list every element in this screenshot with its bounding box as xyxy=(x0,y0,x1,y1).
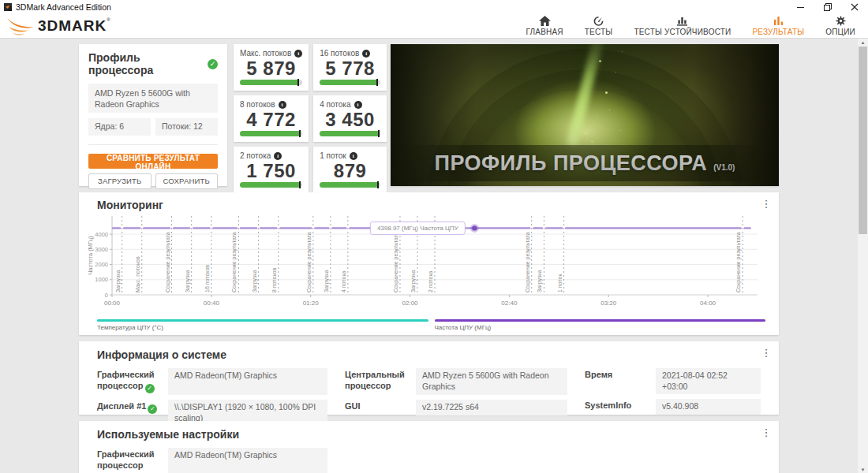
svg-text:2 потока: 2 потока xyxy=(428,270,433,292)
cpu-profile-banner: ПРОФИЛЬ ПРОЦЕССОРА (V1.0) xyxy=(391,44,779,186)
legend-cpu-temperature[interactable]: Температура ЦПУ (°C) xyxy=(97,319,428,331)
svg-text:00:00: 00:00 xyxy=(104,300,121,307)
info-icon[interactable]: i xyxy=(350,152,357,160)
svg-text:Загрузка: Загрузка xyxy=(410,270,417,292)
score-bar xyxy=(240,80,302,85)
field-label: Графический процессор✓ xyxy=(97,368,168,395)
banner-energy-beam xyxy=(567,44,606,146)
cpu-profile-title: Профиль процессора ✓ xyxy=(88,51,218,76)
svg-text:2000: 2000 xyxy=(95,261,108,268)
kebab-menu-icon[interactable]: ⋮ xyxy=(761,198,772,210)
benchmarks-icon xyxy=(593,16,604,26)
svg-text:04:00: 04:00 xyxy=(700,300,716,307)
compare-online-button[interactable]: СРАВНИТЬ РЕЗУЛЬТАТ ОНЛАЙН xyxy=(88,154,218,169)
info-icon[interactable]: i xyxy=(279,101,286,109)
cpu-value: AMD Ryzen 5 5600G with Radeon Graphics xyxy=(416,368,567,395)
svg-text:Частота (МГц): Частота (МГц) xyxy=(87,236,94,275)
monitoring-chart: 01000200030004000Частота (МГц)00:0000:40… xyxy=(85,213,765,309)
score-value: 5 778 xyxy=(320,58,380,80)
divider xyxy=(88,144,218,145)
results-icon xyxy=(773,16,784,26)
svg-text:1000: 1000 xyxy=(95,276,108,283)
svg-text:Сохранение результата: Сохранение результата xyxy=(735,232,742,292)
stress-tests-icon xyxy=(676,16,688,26)
svg-text:Сохранение результата: Сохранение результата xyxy=(525,232,531,292)
3dmark-logo: 3DMARK® xyxy=(6,17,110,36)
nav-results[interactable]: РЕЗУЛЬТАТЫ xyxy=(752,16,804,36)
cpu-profile-card: Профиль процессора ✓ AMD Ryzen 5 5600G w… xyxy=(79,44,227,186)
legend-color-bar xyxy=(435,319,766,322)
nav-options[interactable]: ОПЦИИ xyxy=(825,16,855,36)
svg-text:Загрузка: Загрузка xyxy=(324,270,330,292)
app-icon xyxy=(4,3,12,11)
save-button[interactable]: СОХРАНИТЬ xyxy=(155,173,219,189)
field-label: Центральный процессор xyxy=(345,368,416,395)
svg-text:1 поток: 1 поток xyxy=(557,274,563,292)
field-label: SystemInfo xyxy=(585,399,656,415)
legend-cpu-frequency[interactable]: Частота ЦПУ (МГц) xyxy=(435,319,766,331)
svg-text:Сохранение результата: Сохранение результата xyxy=(165,232,171,292)
score-grid: Макс. потоковi 5 879 16 потоковi 5 778 8… xyxy=(234,44,387,186)
scrollbar-thumb[interactable] xyxy=(859,47,867,234)
field-label: Графический процессор xyxy=(97,448,168,473)
score-box-max-threads: Макс. потоковi 5 879 xyxy=(234,44,309,91)
svg-text:Загрузка: Загрузка xyxy=(252,270,258,292)
window-title: 3DMark Advanced Edition xyxy=(16,2,111,12)
minimize-button[interactable] xyxy=(788,0,814,14)
score-value: 879 xyxy=(320,160,380,182)
svg-text:02:40: 02:40 xyxy=(501,300,518,307)
svg-text:Загрузка: Загрузка xyxy=(115,270,122,292)
close-button[interactable] xyxy=(841,0,868,14)
cpu-device-name: AMD Ryzen 5 5600G with Radeon Graphics xyxy=(88,84,218,113)
system-info-title: Информация о системе xyxy=(97,348,761,361)
logo-text: 3DMARK xyxy=(38,17,107,35)
scrollbar-track[interactable]: ▲ ▼ xyxy=(858,39,868,473)
info-icon[interactable]: i xyxy=(274,152,282,160)
svg-text:4398.97 (МГц) Частота ЦПУ: 4398.97 (МГц) Частота ЦПУ xyxy=(377,225,459,232)
svg-text:Сохранение результата: Сохранение результата xyxy=(393,232,399,292)
gpu-setting-value: AMD Radeon(TM) Graphics xyxy=(168,448,327,473)
svg-text:3000: 3000 xyxy=(95,246,108,253)
score-box-4-threads: 4 потокаi 3 450 xyxy=(313,95,387,142)
nav-benchmarks[interactable]: ТЕСТЫ xyxy=(585,16,613,36)
svg-text:Загрузка: Загрузка xyxy=(185,270,191,292)
field-label: Время xyxy=(585,368,656,394)
home-icon xyxy=(539,16,551,26)
score-box-1-thread: 1 потокi 879 xyxy=(313,147,387,193)
score-bar xyxy=(240,131,302,136)
maximize-button[interactable] xyxy=(814,0,841,14)
info-icon[interactable]: i xyxy=(354,101,362,109)
load-button[interactable]: ЗАГРУЗИТЬ xyxy=(88,173,152,189)
svg-text:0: 0 xyxy=(105,292,108,299)
info-icon[interactable]: i xyxy=(294,50,302,58)
svg-text:00:40: 00:40 xyxy=(204,300,220,307)
scrollbar-up-arrow-icon[interactable]: ▲ xyxy=(858,39,868,47)
valid-check-icon: ✓ xyxy=(145,384,155,393)
score-bar xyxy=(320,80,380,85)
scrollbar-down-arrow-icon[interactable]: ▼ xyxy=(858,466,868,473)
svg-text:4000: 4000 xyxy=(95,231,108,238)
valid-check-icon: ✓ xyxy=(148,404,157,414)
nav-home[interactable]: ГЛАВНАЯ xyxy=(526,16,563,36)
options-icon xyxy=(835,16,847,26)
score-box-8-threads: 8 потоковi 4 772 xyxy=(234,95,309,142)
score-value: 3 450 xyxy=(320,109,380,131)
score-value: 5 879 xyxy=(240,58,302,80)
nav-stress-tests[interactable]: ТЕСТЫ УСТОЙЧИВОСТИ xyxy=(634,16,731,36)
kebab-menu-icon[interactable]: ⋮ xyxy=(761,347,772,359)
cores-value: Ядра: 6 xyxy=(88,118,151,136)
score-bar xyxy=(320,131,380,136)
svg-text:4 потока: 4 потока xyxy=(341,270,346,292)
svg-text:Сохранение результата: Сохранение результата xyxy=(231,232,238,292)
system-info-card: Информация о системе ⋮ Графический проце… xyxy=(79,341,779,415)
score-value: 4 772 xyxy=(240,109,302,131)
kebab-menu-icon[interactable]: ⋮ xyxy=(761,426,772,439)
window-titlebar: 3DMark Advanced Edition xyxy=(0,0,868,14)
settings-used-title: Используемые настройки xyxy=(97,428,761,441)
banner-title: ПРОФИЛЬ ПРОЦЕССОРА (V1.0) xyxy=(391,151,779,176)
svg-text:Загрузка: Загрузка xyxy=(537,270,543,292)
svg-text:01:20: 01:20 xyxy=(303,300,320,307)
chart-legend: Температура ЦПУ (°C) Частота ЦПУ (МГц) xyxy=(97,319,765,331)
info-icon[interactable]: i xyxy=(362,50,370,58)
gpu-value: AMD Radeon(TM) Graphics xyxy=(168,368,327,395)
